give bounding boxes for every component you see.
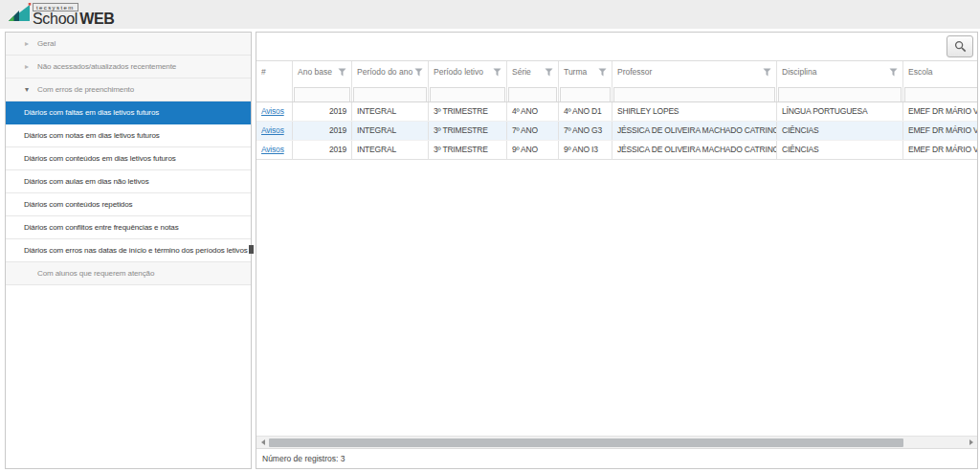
filter-icon[interactable]	[763, 68, 771, 77]
cell-disciplina: LÍNGUA PORTUGUESA	[777, 102, 903, 121]
sidebar-group-label: Não acessados/atualizados recentemente	[37, 62, 176, 71]
sidebar-item-conteudos-dias-futuros[interactable]: Diários com conteúdos em dias letivos fu…	[6, 147, 251, 170]
cell-turma: 9º ANO I3	[559, 141, 612, 159]
scroll-left-arrow[interactable]	[256, 437, 269, 449]
filter-icon[interactable]	[414, 68, 423, 77]
filter-cell	[293, 82, 352, 101]
column-header-number[interactable]: #	[256, 61, 293, 82]
cell-periodo-letivo: 3º TRIMESTRE	[429, 102, 507, 121]
grid-panel: # Ano base Período do ano Período letivo…	[256, 32, 978, 469]
filter-icon[interactable]	[493, 68, 501, 77]
sidebar-item-label: Diários com erros nas datas de início e …	[24, 246, 248, 255]
sidebar-item-label: Diários com faltas em dias letivos futur…	[24, 108, 159, 117]
search-button[interactable]	[947, 35, 973, 57]
column-header-escola[interactable]: Escola	[903, 61, 977, 82]
sidebar-item-conteudos-repetidos[interactable]: Diários com conteúdos repetidos	[6, 193, 251, 216]
column-header-periodo-do-ano[interactable]: Período do ano	[352, 61, 429, 82]
filter-input-turma[interactable]	[560, 87, 611, 101]
chevron-right-icon: ▸	[25, 62, 37, 71]
cell-turma: 7º ANO G3	[559, 122, 612, 140]
sidebar-item-erros-datas-periodos[interactable]: Diários com erros nas datas de início e …	[6, 239, 251, 262]
filter-cell	[507, 82, 559, 101]
filter-input-periodo-do-ano[interactable]	[353, 87, 427, 101]
data-grid: # Ano base Período do ano Período letivo…	[256, 60, 977, 436]
horizontal-scrollbar[interactable]	[256, 436, 977, 448]
cell-serie: 9º ANO	[507, 141, 559, 159]
logo-triangle-icon	[7, 2, 32, 23]
column-header-disciplina[interactable]: Disciplina	[777, 61, 903, 82]
cell-periodo-do-ano: INTEGRAL	[352, 141, 429, 159]
column-header-periodo-letivo[interactable]: Período letivo	[429, 61, 507, 82]
grid-toolbar	[256, 33, 977, 60]
chevron-down-icon: ▾	[25, 85, 37, 94]
table-row: Avisos 2019 INTEGRAL 3º TRIMESTRE 4º ANO…	[256, 102, 977, 122]
cell-periodo-letivo: 3º TRIMESTRE	[429, 122, 507, 140]
sidebar-item-label: Diários com conteúdos repetidos	[24, 200, 132, 209]
sidebar-group-geral[interactable]: ▸ Geral	[6, 33, 251, 56]
sidebar-item-label: Diários com notas em dias letivos futuro…	[24, 131, 160, 140]
cell-ano-base: 2019	[293, 102, 352, 121]
column-header-turma[interactable]: Turma	[559, 61, 612, 82]
sidebar-group-nao-acessados[interactable]: ▸ Não acessados/atualizados recentemente	[6, 56, 251, 79]
filter-input-periodo-letivo[interactable]	[430, 87, 505, 101]
filter-icon[interactable]	[338, 68, 346, 77]
status-bar: Número de registros: 3	[256, 448, 977, 468]
avisos-link[interactable]: Avisos	[261, 125, 284, 135]
sidebar-item-aulas-dias-nao-letivos[interactable]: Diários com aulas em dias não letivos	[6, 170, 251, 193]
cell-disciplina: CIÊNCIAS	[777, 141, 903, 159]
sidebar-item-label: Diários com conteúdos em dias letivos fu…	[24, 154, 176, 163]
filter-input-escola[interactable]	[904, 87, 977, 101]
sidebar-group-label: Com alunos que requerem atenção	[37, 269, 154, 278]
filter-icon[interactable]	[545, 68, 553, 77]
cell-professor: JÉSSICA DE OLIVEIRA MACHADO CATRINCK	[612, 122, 777, 140]
app-logo: tecsystem SchoolWEB	[7, 2, 115, 27]
filter-cell	[903, 82, 977, 101]
cell-escola: EMEF DR MÁRIO VELLO	[903, 102, 977, 121]
cell-periodo-do-ano: INTEGRAL	[352, 102, 429, 121]
filter-cell	[352, 82, 429, 101]
column-header-professor[interactable]: Professor	[612, 61, 777, 82]
scroll-right-arrow[interactable]	[965, 437, 977, 449]
cell-periodo-do-ano: INTEGRAL	[352, 122, 429, 140]
column-header-serie[interactable]: Série	[507, 61, 559, 82]
sidebar-group-alunos-atencao[interactable]: Com alunos que requerem atenção	[6, 262, 251, 285]
cell-ano-base: 2019	[293, 141, 352, 159]
table-row: Avisos 2019 INTEGRAL 3º TRIMESTRE 7º ANO…	[256, 122, 977, 141]
cell-turma: 4º ANO D1	[559, 102, 612, 121]
topbar: tecsystem SchoolWEB	[0, 0, 980, 29]
cell-disciplina: CIÊNCIAS	[777, 122, 903, 140]
cell-professor: JÉSSICA DE OLIVEIRA MACHADO CATRINCK	[612, 141, 777, 159]
record-count: Número de registros: 3	[262, 454, 345, 463]
product-name: SchoolWEB	[33, 11, 115, 27]
filter-cell	[429, 82, 507, 101]
sidebar-group-label: Geral	[37, 39, 56, 48]
sidebar-item-label: Diários com conflitos entre frequências …	[24, 223, 179, 232]
search-icon	[954, 40, 967, 53]
filter-input-professor[interactable]	[613, 87, 775, 101]
sidebar-item-notas-dias-futuros[interactable]: Diários com notas em dias letivos futuro…	[6, 124, 251, 147]
filter-icon[interactable]	[598, 68, 607, 77]
main-area: ▸ Geral ▸ Não acessados/atualizados rece…	[0, 29, 980, 472]
logo-text: tecsystem SchoolWEB	[33, 3, 115, 27]
grid-header-row: # Ano base Período do ano Período letivo…	[256, 61, 977, 82]
cell-escola: EMEF DR MÁRIO VELLO	[903, 122, 977, 140]
column-header-ano-base[interactable]: Ano base	[293, 61, 352, 82]
sidebar-group-com-erros[interactable]: ▾ Com erros de preenchimento	[6, 79, 251, 101]
table-row: Avisos 2019 INTEGRAL 3º TRIMESTRE 9º ANO…	[256, 141, 977, 160]
filter-input-serie[interactable]	[508, 87, 557, 101]
sidebar-item-conflitos-frequencias-notas[interactable]: Diários com conflitos entre frequências …	[6, 216, 251, 239]
avisos-link[interactable]: Avisos	[261, 145, 284, 154]
sidebar-item-faltas-dias-futuros[interactable]: Diários com faltas em dias letivos futur…	[6, 101, 251, 124]
sidebar-item-label: Diários com aulas em dias não letivos	[24, 177, 149, 186]
filter-input-disciplina[interactable]	[778, 87, 902, 101]
filter-icon[interactable]	[889, 68, 898, 77]
cell-periodo-letivo: 3º TRIMESTRE	[429, 141, 507, 159]
scrollbar-thumb[interactable]	[269, 438, 903, 447]
sidebar: ▸ Geral ▸ Não acessados/atualizados rece…	[5, 32, 252, 469]
avisos-link[interactable]: Avisos	[261, 106, 284, 116]
filter-cell	[612, 82, 777, 101]
splitter-handle[interactable]	[249, 245, 254, 254]
filter-input-ano-base[interactable]	[294, 87, 350, 101]
cell-serie: 7º ANO	[507, 122, 559, 140]
cell-serie: 4º ANO	[507, 102, 559, 121]
